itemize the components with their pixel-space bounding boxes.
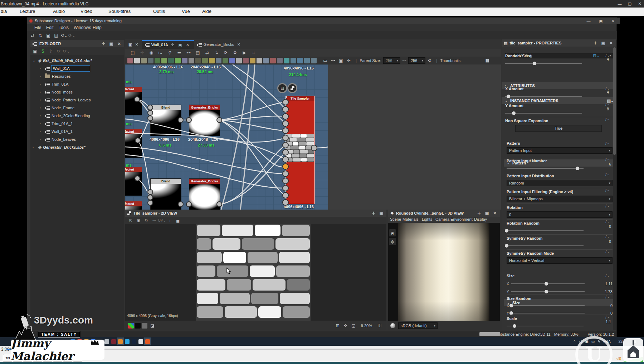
sphere-icon[interactable]: [390, 323, 395, 328]
view2d-toolbar-icon[interactable]: ⧉: [142, 217, 150, 224]
thumbnails-toggle-icon[interactable]: ▮▮: [483, 57, 491, 64]
vlc-menu-lecture[interactable]: Lecture: [20, 9, 35, 14]
vlc-menu-media[interactable]: dia: [1, 9, 7, 14]
node-type-icon[interactable]: [141, 58, 147, 63]
view2d-zoom-icon[interactable]: ◱: [350, 322, 357, 329]
menu-camera[interactable]: Camera: [435, 217, 449, 221]
size-x-slider[interactable]: [511, 283, 585, 284]
pin-icon[interactable]: ✛: [476, 211, 482, 216]
rotation-random-slider[interactable]: [507, 230, 584, 231]
function-icon[interactable]: ƒ⌄: [605, 220, 610, 223]
graph-node-reflected[interactable]: Reflected: [125, 87, 142, 115]
float-icon[interactable]: ▣: [127, 42, 133, 47]
tree-chevron-icon[interactable]: ›: [40, 67, 43, 70]
vlc-close-button[interactable]: ✕: [635, 1, 644, 7]
explorer-toolbar-icon[interactable]: ⟳: [55, 48, 63, 55]
menu-materials[interactable]: Materials: [402, 217, 419, 221]
sd-menu-help[interactable]: Help: [93, 25, 102, 30]
background-color-icon[interactable]: [128, 323, 134, 329]
node-type-icon[interactable]: [277, 58, 283, 63]
graph-node-reflected[interactable]: Reflected: [125, 167, 142, 196]
graph-display-icon[interactable]: ▭: [321, 57, 329, 64]
pattern-input-filtering-select[interactable]: Bilinear + Mipmaps: [507, 196, 613, 202]
function-icon[interactable]: ƒ⌄: [605, 295, 610, 298]
function-icon[interactable]: ƒ⌄: [605, 315, 610, 318]
graph-node-generator-bricks[interactable]: Generator_Bricks: [189, 105, 220, 136]
size-y-slider[interactable]: [511, 291, 585, 292]
view2d-toolbar-icon[interactable]: UV⌄: [158, 217, 166, 224]
node-type-icon[interactable]: [155, 58, 160, 63]
node-type-icon[interactable]: [236, 58, 242, 63]
graph-display-icon[interactable]: ⊶: [329, 57, 337, 64]
graph-toolbar-icon[interactable]: ⚙: [230, 49, 240, 56]
graph-toolbar-icon[interactable]: ▶: [240, 49, 249, 56]
menu-environment[interactable]: Environment: [450, 217, 473, 221]
node-type-icon[interactable]: [229, 58, 235, 63]
node-type-icon[interactable]: [202, 58, 208, 63]
tree-chevron-icon[interactable]: ›: [40, 90, 43, 94]
graph-toolbar-icon[interactable]: ⬚: [128, 49, 137, 56]
checker-badge-icon[interactable]: [287, 83, 297, 93]
node-type-icon[interactable]: [189, 58, 194, 63]
vlc-menu-outils[interactable]: Outils: [153, 9, 165, 14]
pattern-select[interactable]: Pattern Input: [507, 147, 613, 154]
image-icon[interactable]: ◪: [148, 322, 156, 329]
tree-chevron-icon[interactable]: ›: [40, 122, 43, 125]
non-square-expansion-toggle[interactable]: True: [515, 125, 602, 132]
sd-maximize-button[interactable]: ▣: [596, 18, 606, 23]
node-type-icon[interactable]: [134, 58, 140, 63]
node-type-icon[interactable]: [291, 58, 296, 63]
graph-display-icon[interactable]: ▣: [337, 57, 345, 64]
colorspace-select[interactable]: sRGB (default): [398, 322, 438, 329]
graph-node-reflected[interactable]: Reflected: [125, 129, 142, 158]
menu-lights[interactable]: Lights: [422, 217, 432, 221]
pin-icon[interactable]: ✛: [101, 42, 106, 46]
close-icon[interactable]: ✕: [492, 211, 498, 216]
node-type-icon[interactable]: [243, 58, 249, 63]
vlc-maximize-button[interactable]: ▢: [625, 1, 635, 7]
taskbar-app-icon[interactable]: [110, 337, 117, 345]
view2d-zoom-icon[interactable]: ✛: [342, 322, 350, 329]
graph-toolbar-icon[interactable]: ⚌: [175, 49, 184, 56]
light-icon[interactable]: ◍: [389, 238, 396, 245]
random-dice-icon[interactable]: ⚄⌄: [593, 54, 600, 58]
scrollbar-thumb[interactable]: [613, 47, 616, 155]
sd-close-button[interactable]: ✕: [608, 18, 618, 23]
float-icon[interactable]: ▣: [484, 211, 490, 216]
pin-icon[interactable]: ✛: [371, 211, 376, 216]
tree-chevron-icon[interactable]: ⌄: [33, 59, 36, 62]
graph-toolbar-icon[interactable]: ⇄: [203, 49, 212, 56]
graph-display-icon[interactable]: ✛: [345, 57, 353, 64]
graph-toolbar-icon[interactable]: ⌗: [249, 49, 258, 56]
tab-generator-bricks[interactable]: Generator_Bricks ✕: [194, 40, 245, 49]
vlc-menu-vue[interactable]: Vue: [182, 9, 190, 14]
explorer-toolbar-icon[interactable]: ⇪: [47, 48, 55, 55]
vlc-menu-soustitres[interactable]: Sous-titres: [108, 9, 131, 14]
size-random-y-slider[interactable]: [511, 313, 585, 313]
function-icon[interactable]: ƒ⌄: [605, 117, 610, 121]
function-icon[interactable]: ƒ⌄: [605, 157, 610, 161]
view3d-canvas[interactable]: ◉ ◍: [388, 223, 500, 321]
vlc-menu-video[interactable]: Vidéo: [80, 9, 92, 14]
tab-wall-01a[interactable]: Wall_01A ✛ ▣ ✕: [142, 40, 194, 49]
node-type-icon[interactable]: [161, 58, 167, 63]
node-type-icon[interactable]: [263, 58, 269, 63]
pattern-input-distribution-select[interactable]: Random: [507, 180, 613, 186]
graph-toolbar-icon[interactable]: i⌄: [156, 49, 165, 56]
close-icon[interactable]: ✕: [134, 42, 140, 47]
function-icon[interactable]: ƒ⌄: [605, 235, 610, 238]
volume-icon[interactable]: ◁)): [616, 356, 621, 360]
tree-item[interactable]: › Node_Leaves: [30, 135, 124, 143]
menu-display[interactable]: Display: [474, 217, 487, 221]
graph-node-generator-bricks-2[interactable]: Generator_Bricks: [189, 178, 220, 210]
graph-toolbar-icon[interactable]: ↴: [212, 49, 221, 56]
node-type-icon[interactable]: [182, 58, 187, 63]
tree-item[interactable]: › Node_Pattern_Leaves: [30, 96, 124, 104]
tree-item[interactable]: › Trim_01A: [30, 80, 124, 88]
graph-node-tile-sampler[interactable]: Tile Sampler: [286, 96, 315, 204]
taskbar-app-icon[interactable]: [131, 337, 137, 345]
taskbar-app-icon[interactable]: [124, 337, 131, 345]
view2d-zoom-icon[interactable]: ⊞: [334, 322, 342, 329]
sd-menu-file[interactable]: File: [34, 25, 41, 30]
graph-node-blend[interactable]: Blend: [150, 105, 181, 136]
